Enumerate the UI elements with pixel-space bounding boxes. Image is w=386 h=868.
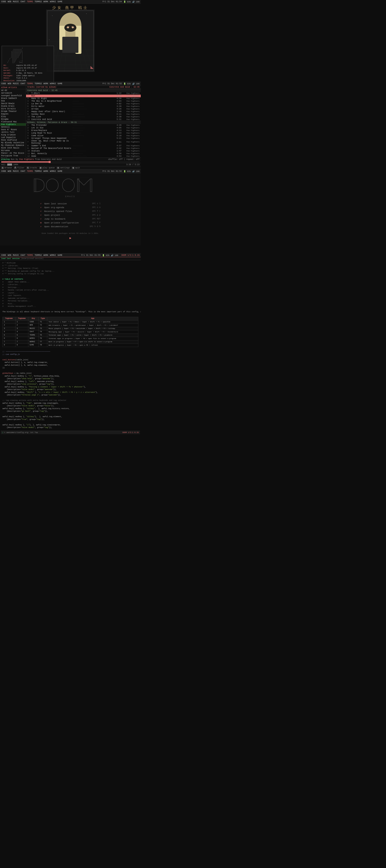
artist-item-enigma[interactable]: Enigma bbox=[0, 118, 26, 121]
artist-item-sabbath[interactable]: Black Sabbath bbox=[0, 97, 26, 100]
taskbar-game[interactable]: GAME bbox=[58, 1, 62, 3]
artist-item-oldfield[interactable]: Mike Oldfield bbox=[0, 139, 26, 142]
sec3-work2[interactable]: WORK2 bbox=[50, 170, 56, 173]
sec4-code[interactable]: CODE bbox=[1, 254, 6, 256]
artist-item-eloy[interactable]: Eloy bbox=[0, 115, 26, 118]
doom-menu-item-5[interactable]: ⚡ Jump to bookmark SPC RET bbox=[40, 217, 100, 221]
taskbar-terms[interactable]: TERMS bbox=[27, 1, 33, 3]
artist-item-mbv[interactable]: My Bloody Valentine bbox=[0, 142, 26, 144]
sec3-work[interactable]: WORK bbox=[43, 170, 48, 173]
doom-subtitle: EMACS bbox=[65, 195, 76, 198]
sec3-game[interactable]: GAME bbox=[58, 170, 62, 173]
sec4-web[interactable]: WEB bbox=[8, 254, 11, 256]
sec2-work2[interactable]: WORK2 bbox=[50, 83, 56, 85]
sec2-terms[interactable]: TERMS bbox=[27, 83, 33, 85]
artist-item-aerosmith[interactable]: Aerosmith bbox=[0, 92, 26, 94]
artist-item-nin[interactable]: Nine Inch Nails bbox=[0, 147, 26, 149]
artist-item-bowie[interactable]: David Bowie bbox=[0, 102, 26, 105]
sec3-terms2[interactable]: TERMS2 bbox=[35, 170, 42, 173]
sec2-music[interactable]: MUSIC bbox=[13, 83, 19, 85]
track-row-2-7[interactable]: 7 Cheer Up, Boys (Your Make Up Is Runnin… bbox=[26, 140, 141, 145]
sec2-chat[interactable]: CHAT bbox=[21, 83, 25, 85]
doom-menu-item-3[interactable]: ⚡ Recently opened files SPC f r bbox=[40, 209, 100, 213]
sec2-web[interactable]: WEB bbox=[8, 83, 11, 85]
taskbar-web[interactable]: WEB bbox=[8, 1, 11, 3]
doom-menu-item-4[interactable]: ⚡ Open project SPC p p bbox=[40, 213, 100, 217]
track-row-2-3[interactable]: 3 Erase/Replace ··········· 4:13 Foo Fig… bbox=[26, 129, 141, 132]
doom-menu-item-6[interactable]: ⚙ Open private configuration SPC f P bbox=[40, 221, 100, 225]
artist-item-jethro[interactable]: Jethro Tull bbox=[0, 131, 26, 134]
track-row-1-7[interactable]: 7 Arrows ··············· 4:26 Foo Fighte… bbox=[26, 108, 141, 110]
track-row-1-4[interactable]: 4 The Sky Is A Neighborhood ······· 4:04… bbox=[26, 100, 141, 102]
sec4-work[interactable]: WORK bbox=[43, 254, 48, 256]
taskbar-work2[interactable]: WORK2 bbox=[50, 1, 56, 3]
artist-item-dire[interactable]: Dire Straits bbox=[0, 107, 26, 110]
track-row-2-9[interactable]: 9 Ballad Of The Beaconsfield Miners ····… bbox=[26, 147, 141, 150]
progress-container bbox=[1, 161, 140, 162]
track-row-1-1[interactable]: 1 T-Shirt ················ 1:22 Foo Figh… bbox=[26, 92, 141, 95]
track-row-1-8[interactable]: 8 Happy Ever After (Zero Hour) ····· 3:4… bbox=[26, 110, 141, 113]
sec3-web[interactable]: WEB bbox=[8, 170, 11, 173]
sec4-terms2[interactable]: TERMS2 bbox=[35, 254, 42, 256]
table-row: 44CHAT74 Messaging apps | Super + F4 = d… bbox=[3, 330, 138, 334]
sec2-game[interactable]: GAME bbox=[58, 83, 62, 85]
taskbar-work[interactable]: WORK bbox=[43, 1, 48, 3]
artist-item-mcr[interactable]: My Chemical Romance bbox=[0, 144, 26, 147]
artist-item-genesis[interactable]: Genesis bbox=[0, 126, 26, 128]
doom-menu-item-1[interactable]: ⚡ Open last session SPC s l bbox=[40, 202, 100, 206]
doom-menu-item-7[interactable]: ⚡ Open documentation SPC h d h bbox=[40, 225, 100, 228]
doom-menu-item-2[interactable]: ⚡ Open org-agenda SPC o A bbox=[40, 206, 100, 209]
artist-item-patd[interactable]: Panic! At The Disco bbox=[0, 152, 26, 155]
sec3-chat[interactable]: CHAT bbox=[21, 170, 25, 173]
artist-item-boa[interactable]: boa bbox=[0, 100, 26, 102]
artist-item-ledzep[interactable]: Led Zeppelin bbox=[0, 136, 26, 139]
track-row-2-6[interactable]: 6 Stranger Things Have Happened ···· 5:2… bbox=[26, 137, 141, 140]
track-row-1-11[interactable]: 11 Concrete And Gold ········· 5:31 Foo … bbox=[26, 118, 141, 121]
sec4-game[interactable]: GAME bbox=[58, 254, 62, 256]
track-row-2-4[interactable]: 4 Long Road To Ruin ········· 3:44 Foo F… bbox=[26, 132, 141, 134]
artist-item-gnr[interactable]: Guns N' Roses bbox=[0, 128, 26, 131]
sec2-code[interactable]: CODE bbox=[1, 83, 6, 85]
sec4-chat[interactable]: CHAT bbox=[21, 254, 25, 256]
sec3-code[interactable]: CODE bbox=[1, 170, 6, 173]
artist-item-fleetwood[interactable]: Fleetwood Mac bbox=[0, 121, 26, 123]
track-row-2-1[interactable]: 1 The Pretender ··········· 4:29 Foo Fig… bbox=[26, 124, 141, 127]
sec4-terms[interactable]: TERMS bbox=[27, 254, 33, 256]
elapsed-time: vol: ████ 100% bbox=[1, 163, 18, 166]
artist-item-queen[interactable]: Queen bbox=[0, 157, 26, 158]
artist-item-dream[interactable]: Dream Theater bbox=[0, 110, 26, 113]
taskbar-music[interactable]: MUSIC bbox=[13, 1, 19, 3]
track-row-2-8[interactable]: 8 Summer's End ··········· 4:37 Foo Figh… bbox=[26, 145, 141, 147]
sec2-work[interactable]: WORK bbox=[43, 83, 48, 85]
track-row-2-11[interactable]: 11 But, Honestly ··········· 4:56 Foo Fi… bbox=[26, 152, 141, 155]
track-row-1-5[interactable]: 5 La Dee Da ············ 4:02 Foo Fighte… bbox=[26, 102, 141, 105]
track-row-1-6[interactable]: 6 Dirty Water ············ 3:20 Foo Figh… bbox=[26, 105, 141, 108]
track-row-2-12[interactable]: 12 Home ··············· 4:53 Foo Fighter… bbox=[26, 155, 141, 157]
artist-item-eagles[interactable]: Eagles bbox=[0, 113, 26, 115]
taskbar-chat[interactable]: CHAT bbox=[21, 1, 25, 3]
sec3-music[interactable]: MUSIC bbox=[13, 170, 19, 173]
artist-item-porcupine[interactable]: Porcupine Tree bbox=[0, 155, 26, 157]
track-row-2-10[interactable]: 10 Statues ·············· 1:47 Foo Fight… bbox=[26, 150, 141, 152]
sec3-terms[interactable]: TERMS bbox=[27, 170, 33, 173]
taskbar-code[interactable]: CODE bbox=[1, 1, 6, 3]
track-row-2-2[interactable]: 2 Let It Die ············· 4:05 Foo Figh… bbox=[26, 127, 141, 129]
track-row-2-5[interactable]: 5 Come Alive ············ 5:10 Foo Fight… bbox=[26, 134, 141, 137]
artist-item-nirvana[interactable]: Nirvana bbox=[0, 149, 26, 152]
track-row-1-10[interactable]: 10 The Line ············· 3:38 Foo Fight… bbox=[26, 116, 141, 118]
track-row-1-3[interactable]: 3 Make It Right ············ 4:39 Foo Fi… bbox=[26, 97, 141, 100]
sec4-work2[interactable]: WORK2 bbox=[50, 254, 56, 256]
artist-item-kingcrimson[interactable]: King Crimson bbox=[0, 134, 26, 136]
track-row-1-2[interactable]: 2 Run ················ 5:23 Foo Fighters bbox=[26, 95, 141, 97]
sec4-music[interactable]: MUSIC bbox=[13, 254, 19, 256]
progress-thumb[interactable] bbox=[49, 161, 51, 163]
artist-item-foofighters[interactable]: Foo Fighters bbox=[0, 123, 26, 126]
track-row-1-9[interactable]: 9 Sunday Rain ············ 6:11 Foo Figh… bbox=[26, 113, 141, 116]
artist-item-krall[interactable]: Diana Krall bbox=[0, 105, 26, 107]
artist-item-a7x[interactable]: Avenged Sevenfold bbox=[0, 94, 26, 97]
svg-rect-36 bbox=[90, 179, 92, 192]
sec2-terms2[interactable]: TERMS2 bbox=[35, 83, 42, 85]
sec3-time: Fri 31 Dec 01:52 bbox=[102, 170, 122, 173]
taskbar-terms2[interactable]: TERMS2 bbox=[35, 1, 42, 3]
artist-item-acdc[interactable]: AC-DC bbox=[0, 89, 26, 92]
